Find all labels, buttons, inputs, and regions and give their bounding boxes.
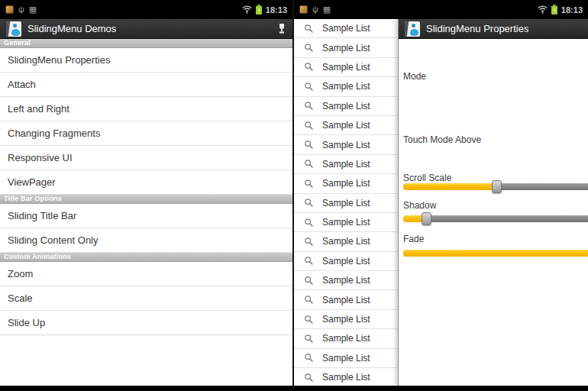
wifi-icon (242, 5, 252, 14)
search-icon (304, 334, 314, 344)
list-item[interactable]: SlidingMenu Properties (0, 48, 292, 73)
list-item[interactable]: Responsive UI (0, 146, 292, 170)
section-header: Custom Animations (0, 253, 292, 262)
list-item-label: Sliding Content Only (8, 234, 99, 246)
slider-thumb[interactable] (422, 212, 431, 225)
search-icon (304, 24, 314, 34)
usb-icon: ψ (312, 5, 318, 14)
notification-icon (299, 5, 308, 14)
search-icon (304, 121, 314, 131)
trophy-icon[interactable] (277, 23, 286, 34)
search-icon (304, 159, 314, 169)
list-item-label: Sample List (322, 198, 370, 208)
list-item[interactable]: Sample List (294, 271, 398, 290)
notification-icon (5, 5, 14, 14)
search-icon (304, 373, 314, 383)
list-item-label: Zoom (8, 268, 33, 280)
status-bar: ψ ▦ 18:13 (0, 0, 292, 19)
list-item[interactable]: Zoom (0, 262, 292, 286)
list-item[interactable]: Sample List (294, 38, 398, 57)
status-bar: ψ ▦ 18:13 (294, 0, 588, 19)
app-icon[interactable] (405, 21, 420, 37)
list-item-label: Sample List (322, 295, 370, 305)
page-title: SlidingMenu Demos (27, 23, 116, 34)
usb-icon: ψ (18, 5, 24, 14)
search-icon (304, 198, 314, 208)
action-bar: SlidingMenu Demos (0, 19, 292, 39)
list-item-label: Sample List (322, 159, 370, 170)
list-item[interactable]: Sample List (294, 368, 398, 386)
search-icon (304, 276, 314, 286)
list-item-label: Sample List (322, 275, 370, 286)
slider-fill (403, 250, 588, 257)
list-item[interactable]: Sample List (294, 77, 398, 96)
slider-thumb[interactable] (492, 180, 502, 193)
list-item-label: Sample List (322, 256, 370, 267)
fade-slider[interactable] (403, 246, 588, 260)
search-icon (304, 82, 314, 92)
list-item[interactable]: Sample List (294, 310, 398, 329)
screen-slidingmenu-properties: ψ ▦ 18:13 Sample ListSample ListSample L (294, 0, 588, 386)
list-item-label: ViewPager (8, 176, 56, 188)
app-icon-blob (410, 29, 418, 36)
list-item[interactable]: Sample List (294, 155, 398, 174)
list-item[interactable]: Sample List (294, 19, 398, 38)
list-item-label: Sample List (322, 333, 370, 344)
app-icon-blob (11, 29, 20, 36)
list-item-label: Sample List (322, 236, 370, 247)
list-item-label: Sample List (322, 372, 370, 383)
list-item-label: Scale (8, 292, 33, 304)
app-icon-dot (412, 24, 415, 27)
clock: 18:13 (561, 5, 583, 15)
list-item[interactable]: Left and Right (0, 97, 292, 121)
search-icon (304, 315, 314, 325)
list-item-label: Sample List (322, 101, 370, 111)
list-item[interactable]: Sample List (294, 116, 398, 135)
list-item-label: Sample List (322, 314, 370, 325)
list-item[interactable]: Sliding Title Bar (0, 204, 292, 228)
search-icon (304, 218, 314, 228)
list-item[interactable]: Sliding Content Only (0, 228, 292, 253)
list-item-label: Sample List (322, 217, 370, 228)
list-item[interactable]: Scale (0, 286, 292, 311)
mode-label: Mode (403, 71, 426, 82)
shadow-label: Shadow (403, 200, 436, 211)
list-item-label: Changing Fragments (8, 128, 100, 139)
list-item-label: Sliding Title Bar (8, 210, 76, 221)
list-item[interactable]: Attach (0, 73, 292, 97)
list-item[interactable]: Sample List (294, 329, 398, 348)
section-header: Title Bar Options (0, 195, 292, 204)
search-icon (304, 43, 314, 53)
status-icons-left: ψ ▦ (5, 5, 37, 14)
list-item[interactable]: Sample List (294, 213, 398, 232)
sdk-icon: ▦ (29, 5, 37, 14)
search-icon (304, 179, 314, 189)
clock: 18:13 (266, 5, 287, 15)
list-item[interactable]: Sample List (294, 252, 398, 271)
scroll-scale-slider[interactable] (403, 179, 588, 194)
status-icons-right: 18:13 (538, 5, 583, 15)
list-item-label: Slide Up (8, 317, 45, 328)
list-item[interactable]: Sample List (294, 58, 398, 77)
list-item[interactable]: Slide Up (0, 311, 292, 335)
shadow-slider[interactable] (403, 212, 588, 226)
app-icon[interactable] (6, 21, 21, 37)
list-item[interactable]: Sample List (294, 290, 398, 309)
app-icon-band (405, 21, 409, 37)
sample-list: Sample ListSample ListSample ListSample … (294, 19, 398, 386)
list-item[interactable]: Sample List (294, 97, 398, 116)
list-item[interactable]: Changing Fragments (0, 121, 292, 146)
list-item[interactable]: Sample List (294, 349, 398, 368)
list-item[interactable]: Sample List (294, 135, 398, 154)
list-item-label: Left and Right (8, 103, 69, 115)
list-item[interactable]: Sample List (294, 232, 398, 251)
list-item[interactable]: Sample List (294, 194, 398, 213)
list-item-label: Sample List (322, 43, 370, 53)
demo-list: GeneralSlidingMenu PropertiesAttachLeft … (0, 39, 292, 335)
list-item-label: Sample List (322, 81, 370, 92)
wifi-icon (538, 5, 548, 14)
list-item[interactable]: ViewPager (0, 170, 292, 195)
app-icon-dot (13, 24, 17, 27)
list-item-label: Sample List (322, 353, 370, 364)
list-item[interactable]: Sample List (294, 174, 398, 193)
